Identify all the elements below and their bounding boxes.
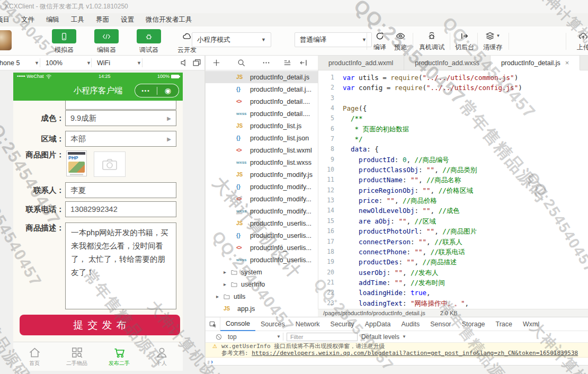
debugger-tab-appdata[interactable]: AppData [360,317,396,331]
sort-icon[interactable] [283,58,292,67]
device-select[interactable]: iPhone 5 ▼ [0,56,39,70]
tree-item-4[interactable]: JSproductInfo_list.js [206,120,318,132]
editor-tab-0[interactable]: productInfo_add.wxml [318,56,404,70]
context-select[interactable]: top ▼ [228,333,281,341]
carrier-label: ••••• WeChat [17,74,52,79]
description-textarea[interactable]: 一本php网站开发的书籍，买来我都没怎么看，没时间看了， 太忙了，转给需要的朋友… [65,222,176,309]
tree-item-2[interactable]: <>productInfo_detail.... [206,95,318,108]
debugger-tab-wxml[interactable]: Wxml [518,317,545,331]
tree-item-0[interactable]: JSproductInfo_detail.js [206,71,318,83]
upload-button[interactable]: 上传 [570,31,588,52]
code-line-18: 18 connectPhone: "", //联系电话 [318,247,588,257]
product-name-input[interactable] [65,101,176,110]
debugger-tab-network[interactable]: Network [290,317,325,331]
code-line-22: 22 loadingHide: true, [318,288,588,298]
close-circle-icon[interactable]: ◉ [157,87,179,94]
device-debug-button[interactable]: 真机调试 [416,31,447,52]
tree-item-12[interactable]: JSproductInfo_userlis... [206,217,318,229]
file-type-wxml-icon: <> [236,99,250,104]
divider [450,33,450,50]
zoom-select[interactable]: 100% ▼ [46,56,91,70]
condition-value: 9.9成新 [70,113,96,123]
debugger-tab-storage[interactable]: Storage [457,317,491,331]
tree-item-19[interactable]: JSapp.js [206,302,318,315]
new-file-icon[interactable] [212,58,221,67]
clear-console-button[interactable] [213,333,225,341]
tree-item-label: productInfo_userlis... [250,256,311,264]
editor-button[interactable]: 编辑器 [91,29,122,55]
condition-picker[interactable]: 9.9成新 ▶ [65,110,176,126]
debugger-tab-sources[interactable]: Sources [255,317,290,331]
mode-select[interactable]: 小程序模式 ▼ [192,32,271,47]
background-button[interactable]: 切后台 [452,31,477,52]
windows-icon[interactable] [192,58,202,68]
tree-item-8[interactable]: JSproductInfo_modify.js [206,168,318,181]
debugger-tab-security[interactable]: Security [325,317,360,331]
more-icon[interactable] [262,58,271,67]
tree-item-5[interactable]: {}productInfo_list.json [206,132,318,144]
contact-input[interactable]: 李夏 [65,182,176,198]
debugger-tab-audits[interactable]: Audits [396,317,425,331]
tree-item-9[interactable]: {}productInfo_modify... [206,181,318,193]
area-picker[interactable]: 本部 ▶ [65,131,176,147]
simulator-button[interactable]: 模拟器 [49,29,79,55]
tree-item-3[interactable]: wxssproductInfo_detail.... [206,108,318,120]
menu-item-2[interactable]: 编辑 [40,13,65,26]
tree-item-1[interactable]: {}productInfo_detail.j... [206,83,318,95]
thumb-decor [68,162,85,173]
tree-item-11[interactable]: wxssproductInfo_modify... [206,205,318,217]
phone-tab-0[interactable]: 首页 [13,342,56,371]
product-photo-thumbnail[interactable]: PHP [66,150,87,176]
reference-link[interactable]: https://developers.weixin.qq.com/blogdet… [252,350,578,357]
cache-button[interactable]: ▼清缓存 [479,31,506,52]
tree-item-17[interactable]: ▸userInfo [206,278,318,290]
submit-button[interactable]: 提交发布 [20,315,180,335]
search-icon[interactable] [237,58,246,67]
close-icon[interactable]: × [565,59,569,67]
tree-item-6[interactable]: <>productInfo_list.wxml [206,144,318,156]
menu-item-5[interactable]: 设置 [115,13,140,26]
tree-item-13[interactable]: {}productInfo_userlis... [206,229,318,242]
phone-input[interactable]: 13082992342 [65,201,176,217]
editor-tab-1[interactable]: productInfo_add.wxss [404,56,491,70]
menu-item-1[interactable]: 文件 [15,13,40,26]
tree-item-14[interactable]: <>productInfo_userlis... [206,242,318,254]
phone-tab-3[interactable]: 个人 [140,342,183,371]
compile-button[interactable]: 编译 [369,31,390,52]
collapse-panel-icon[interactable] [299,58,308,67]
phone-tab-2[interactable]: 发布二手 [98,342,140,371]
log-levels-select[interactable]: Default levels ▼ [361,333,406,341]
tree-item-10[interactable]: <>productInfo_modify... [206,193,318,205]
debugger-tab-console[interactable]: Console [220,317,255,331]
capsule-menu[interactable]: ••• ◉ [135,84,179,97]
menu-item-0[interactable]: 项目 [0,13,15,26]
tree-item-15[interactable]: wxssproductInfo_userlis... [206,254,318,266]
app-window: { "title_bar": {"title": "XCXClient - 微信… [0,0,588,374]
console-filter-input[interactable] [287,333,358,341]
area-label: 区域： [13,131,64,147]
console-prompt[interactable]: › [206,358,588,366]
debugger-tab-trace[interactable]: Trace [491,317,518,331]
compile-select[interactable]: 普通编译 ▼ [295,32,372,47]
menu-item-3[interactable]: 工具 [65,13,90,26]
network-select[interactable]: WiFi ▼ [97,56,141,70]
inspect-element-button[interactable] [206,317,220,331]
publish-icon [113,346,126,359]
add-photo-button[interactable] [94,152,126,177]
avatar[interactable] [0,30,12,50]
menu-item-6[interactable]: 微信开发者工具 [140,13,198,26]
tree-item-16[interactable]: ▸system [206,266,318,278]
preview-button[interactable]: 预览 [390,31,411,52]
debugger-tab-sensor[interactable]: Sensor [425,317,457,331]
code-editor[interactable]: 1var utils = require("../../utils/common… [318,70,588,309]
debugger-button-face [137,29,161,43]
file-type-js-icon: JS [236,74,250,80]
editor-tab-2[interactable]: productInfo_detail.js× [491,56,580,70]
tree-item-7[interactable]: wxssproductInfo_list.wxss [206,156,318,168]
debugger-button[interactable]: 调试器 [133,29,164,55]
menu-item-4[interactable]: 界面 [90,13,115,26]
phone-tab-1[interactable]: 二手物品 [56,342,98,371]
more-menu-icon[interactable]: ••• [135,87,157,94]
speaker-icon[interactable] [179,58,189,68]
tree-item-18[interactable]: ▸utils [206,290,318,302]
